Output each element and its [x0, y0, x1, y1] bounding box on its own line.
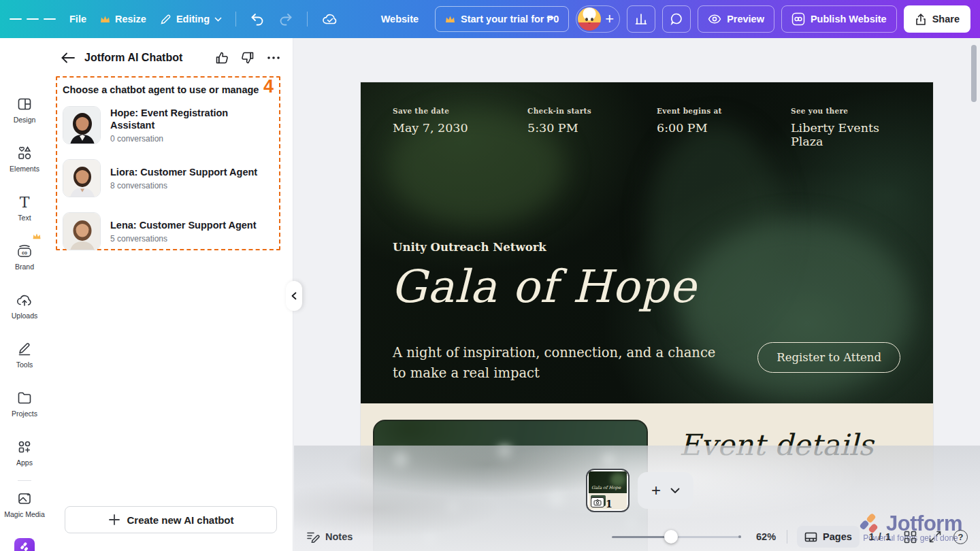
crown-icon	[32, 233, 42, 240]
agent-avatar	[63, 159, 101, 197]
comments-button[interactable]	[662, 5, 691, 33]
sidebar-item-design[interactable]: Design	[0, 95, 49, 124]
insights-button[interactable]	[627, 5, 655, 33]
tools-pen-icon	[16, 340, 33, 358]
zoom-level[interactable]: 62%	[756, 531, 776, 542]
publish-icon	[791, 12, 805, 26]
canvas-area[interactable]: Save the date May 7, 2030 Check-in start…	[294, 38, 980, 551]
collapse-panel-button[interactable]	[286, 281, 302, 311]
file-menu[interactable]: File	[69, 14, 86, 24]
toolbar-divider	[307, 12, 308, 27]
invite-members-button[interactable]: +	[605, 12, 614, 27]
editing-label: Editing	[176, 14, 210, 24]
expand-pages-button[interactable]	[670, 488, 680, 494]
pages-button[interactable]: Pages	[797, 526, 860, 548]
undo-button[interactable]	[250, 12, 265, 26]
page-indicator: 1 / 1	[869, 531, 892, 542]
agent-avatar	[63, 212, 101, 250]
annotation-number: 4	[263, 76, 274, 97]
design-icon	[16, 95, 33, 113]
thumbs-up-button[interactable]	[215, 51, 229, 65]
grid-view-button[interactable]	[904, 531, 917, 544]
sidebar-item-text[interactable]: T Text	[0, 193, 49, 222]
event-subtitle: A night of inspiration, connection, and …	[393, 343, 715, 384]
help-button[interactable]: ?	[953, 530, 968, 544]
toolbar-divider	[235, 12, 236, 27]
redo-button[interactable]	[278, 12, 293, 26]
trial-button[interactable]: Start your trial for ₱0	[435, 6, 569, 32]
design-title[interactable]: Website	[381, 14, 419, 24]
thumbs-down-button[interactable]	[241, 51, 255, 65]
more-options-button[interactable]	[267, 56, 280, 60]
fullscreen-button[interactable]	[929, 531, 941, 543]
jotform-ai-icon	[14, 538, 35, 551]
camera-icon	[591, 497, 604, 507]
create-chatbot-button[interactable]: Create new AI chatbot	[65, 506, 277, 533]
sidebar-item-jotform-ai[interactable]: Jotform AI ...	[0, 538, 49, 551]
sidebar-item-uploads[interactable]: Uploads	[0, 291, 49, 320]
share-icon	[915, 13, 927, 26]
text-icon: T	[20, 193, 30, 211]
status-bar: Notes 62% Pages 1 / 1 ?	[294, 522, 980, 551]
sidebar-item-apps[interactable]: Apps	[0, 438, 49, 467]
crown-icon	[445, 15, 455, 24]
crown-icon	[100, 15, 110, 24]
folder-icon	[16, 389, 33, 407]
info-venue: See you there Liberty Events Plaza	[791, 107, 913, 148]
plus-icon	[108, 514, 120, 526]
resize-label: Resize	[115, 14, 146, 24]
svg-text:co: co	[22, 250, 27, 255]
agent-conversations: 8 conversations	[110, 181, 257, 190]
back-button[interactable]	[59, 48, 78, 67]
resize-button[interactable]: Resize	[100, 14, 146, 24]
sidebar-item-elements[interactable]: Elements	[0, 144, 49, 173]
info-save-the-date: Save the date May 7, 2030	[393, 107, 468, 135]
page-thumbnail[interactable]: Gala of Hope 1	[586, 469, 630, 512]
notes-label: Notes	[325, 531, 353, 542]
agent-row-hope[interactable]: Hope: Event Registration Assistant 0 con…	[61, 102, 274, 148]
section-label: Choose a chatbot agent to use or manage	[63, 84, 274, 95]
agent-row-lena[interactable]: Lena: Customer Support Agent 5 conversat…	[61, 208, 274, 254]
editing-mode-dropdown[interactable]: Editing	[160, 14, 222, 25]
notes-button[interactable]: Notes	[306, 531, 353, 543]
add-page-button[interactable]: +	[651, 482, 661, 499]
vertical-scrollbar[interactable]	[971, 45, 977, 102]
agent-name: Lena: Customer Support Agent	[110, 219, 257, 231]
info-checkin: Check-in starts 5:30 PM	[527, 107, 591, 135]
panel-title: Jotform AI Chatbot	[84, 52, 208, 64]
agent-row-liora[interactable]: Liora: Customer Support Agent 8 conversa…	[61, 155, 274, 201]
cloud-save-status-icon	[321, 12, 339, 27]
notes-icon	[306, 531, 320, 543]
chevron-down-icon	[214, 17, 222, 22]
sidebar-item-tools[interactable]: Tools	[0, 340, 49, 369]
sidebar-item-magic-media[interactable]: Magic Media	[0, 490, 49, 518]
register-button[interactable]: Register to Attend	[757, 342, 900, 373]
annotated-region: 4 Choose a chatbot agent to use or manag…	[56, 76, 280, 250]
preview-button[interactable]: Preview	[698, 5, 774, 33]
page-number: 1	[606, 499, 612, 510]
publish-website-button[interactable]: Publish Website	[781, 5, 897, 33]
user-avatar[interactable]	[578, 7, 601, 31]
sidebar-item-projects[interactable]: Projects	[0, 389, 49, 418]
agent-name: Hope: Event Registration Assistant	[110, 107, 272, 131]
share-label: Share	[932, 14, 960, 24]
agent-avatar	[63, 106, 101, 144]
agent-name: Liora: Customer Support Agent	[110, 166, 257, 178]
trial-button-label: Start your trial for ₱0	[461, 14, 559, 24]
magic-media-icon	[16, 490, 33, 507]
account-pill: +	[576, 5, 620, 33]
create-chatbot-label: Create new AI chatbot	[127, 514, 234, 526]
org-name: Unity Outreach Network	[393, 241, 546, 254]
pencil-icon	[160, 14, 172, 25]
share-button[interactable]: Share	[904, 5, 970, 33]
chevron-left-icon	[291, 292, 297, 300]
info-begins: Event begins at 6:00 PM	[657, 107, 722, 135]
sidebar-item-brand[interactable]: co Brand	[0, 242, 49, 271]
file-menu-label: File	[69, 14, 86, 24]
zoom-slider-thumb[interactable]	[664, 530, 678, 544]
zoom-slider[interactable]	[612, 530, 741, 544]
page-add-controls: +	[638, 472, 693, 509]
elements-icon	[16, 144, 33, 162]
main-menu-button[interactable]	[10, 16, 56, 22]
preview-label: Preview	[727, 14, 764, 24]
